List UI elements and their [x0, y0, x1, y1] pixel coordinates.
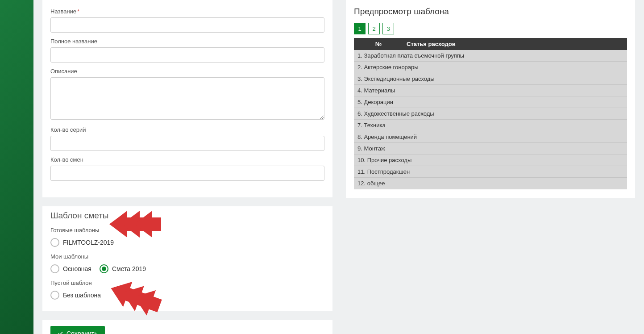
expense-item: 2. Актерские гонорары [354, 62, 627, 73]
save-button[interactable]: Сохранить [50, 326, 105, 334]
table-row: 4. Материалы [354, 85, 627, 96]
empty-template-group: Без шаблона [50, 291, 324, 300]
my-template-option[interactable]: Смета 2019 [100, 264, 146, 273]
expense-item: 3. Экспедиционные расходы [354, 73, 627, 85]
radio-label: Без шаблона [63, 292, 101, 299]
name-input[interactable] [50, 17, 324, 33]
empty-template-option[interactable]: Без шаблона [50, 291, 101, 300]
table-row: 8. Аренда помещений [354, 131, 627, 143]
table-row: 2. Актерские гонорары [354, 62, 627, 73]
radio-icon [100, 264, 108, 273]
my-templates-label: Мои шаблоны [50, 253, 324, 260]
description-label: Описание [50, 68, 324, 75]
radio-label: Смета 2019 [112, 265, 146, 272]
preview-tab[interactable]: 3 [382, 23, 394, 34]
preview-title: Предпросмотр шаблона [354, 7, 627, 17]
template-title: Шаблон сметы [50, 211, 324, 221]
expense-item: 12. общее [354, 178, 627, 189]
my-templates-group: ОсновнаяСмета 2019 [50, 264, 324, 273]
expense-item: 6. Художественные расходы [354, 108, 627, 120]
expense-item: 11. Постпродакшен [354, 166, 627, 178]
radio-icon [50, 264, 59, 273]
empty-template-label: Пустой шаблон [50, 280, 324, 286]
series-count-input[interactable] [50, 136, 324, 151]
shifts-count-label: Кол-во смен [50, 156, 324, 163]
preview-panel: Предпросмотр шаблона 123 № Статья расход… [346, 0, 635, 198]
radio-label: Основная [63, 265, 91, 272]
table-row: 1. Заработная плата съемочной группы [354, 50, 627, 62]
col-number-header: № [354, 38, 403, 50]
expense-item: 10. Прочие расходы [354, 154, 627, 166]
radio-label: FILMTOOLZ-2019 [63, 239, 114, 246]
table-row: 5. Декорации [354, 96, 627, 108]
ready-template-option[interactable]: FILMTOOLZ-2019 [50, 238, 114, 247]
expense-item: 1. Заработная плата съемочной группы [354, 50, 627, 62]
preview-tab[interactable]: 1 [354, 23, 366, 34]
my-template-option[interactable]: Основная [50, 264, 91, 273]
expense-item: 4. Материалы [354, 85, 627, 96]
check-icon [58, 331, 63, 334]
full-name-label: Полное название [50, 38, 324, 45]
col-item-header: Статья расходов [403, 38, 627, 50]
app-sidebar [0, 0, 33, 334]
shifts-count-input[interactable] [50, 166, 324, 181]
table-row: 11. Постпродакшен [354, 166, 627, 178]
table-row: 6. Художественные расходы [354, 108, 627, 120]
expense-item: 8. Аренда помещений [354, 131, 627, 143]
ready-templates-label: Готовые шаблоны [50, 227, 324, 234]
preview-table: № Статья расходов 1. Заработная плата съ… [354, 38, 627, 189]
project-form-panel: Название* Полное название Описание Кол-в… [42, 0, 332, 197]
expense-item: 5. Декорации [354, 96, 627, 108]
save-button-label: Сохранить [66, 330, 98, 334]
expense-item: 7. Техника [354, 120, 627, 131]
name-label: Название* [50, 8, 324, 15]
preview-tab[interactable]: 2 [368, 23, 380, 34]
description-textarea[interactable] [50, 77, 324, 120]
series-count-label: Кол-во серий [50, 126, 324, 133]
expense-item: 9. Монтаж [354, 143, 627, 154]
svg-marker-5 [130, 284, 163, 318]
template-panel: Шаблон сметы Готовые шаблоны FILMTOOLZ-2… [42, 206, 332, 311]
table-row: 9. Монтаж [354, 143, 627, 154]
table-row: 3. Экспедиционные расходы [354, 73, 627, 85]
ready-templates-group: FILMTOOLZ-2019 [50, 238, 324, 247]
name-label-text: Название [50, 8, 76, 15]
table-row: 12. общее [354, 178, 627, 189]
full-name-input[interactable] [50, 47, 324, 63]
table-row: 10. Прочие расходы [354, 154, 627, 166]
actions-panel: Сохранить [42, 320, 332, 334]
table-row: 7. Техника [354, 120, 627, 131]
preview-tabs: 123 [354, 23, 627, 34]
radio-icon [50, 291, 59, 300]
required-mark: * [77, 8, 79, 15]
radio-icon [50, 238, 59, 247]
